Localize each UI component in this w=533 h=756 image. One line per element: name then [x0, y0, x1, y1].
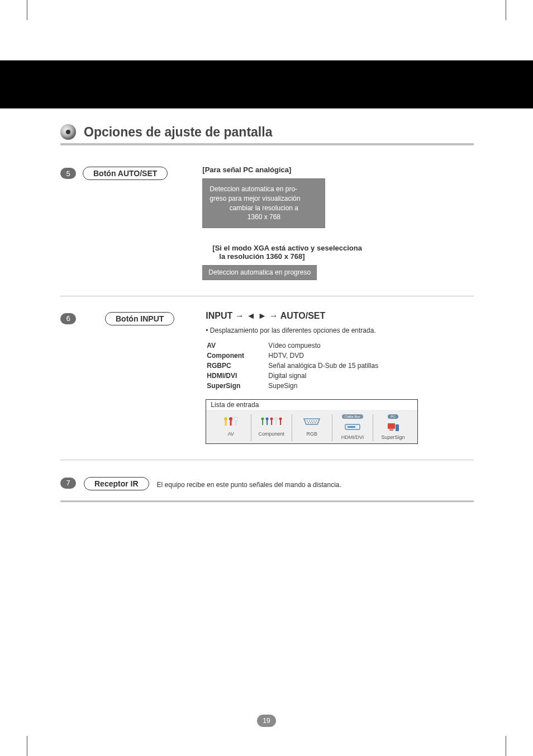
svg-rect-13 — [275, 420, 277, 425]
svg-point-21 — [308, 422, 309, 423]
osd-line: Deteccion automatica en pro- — [210, 185, 297, 193]
svg-rect-29 — [389, 429, 393, 431]
svg-point-17 — [309, 420, 310, 422]
section-7: 7 Receptor IR El equipo recibe en este p… — [60, 476, 474, 490]
receptor-description: El equipo recibe en este punto señales d… — [157, 481, 341, 489]
bullet-icon — [60, 124, 76, 140]
crop-mark — [27, 736, 27, 756]
svg-point-20 — [316, 420, 317, 422]
step-badge-5: 5 — [60, 168, 76, 179]
svg-rect-28 — [396, 424, 399, 431]
table-row: ComponentHDTV, DVD — [207, 351, 378, 360]
svg-rect-11 — [271, 420, 272, 425]
crop-mark — [27, 0, 27, 20]
input-source-supersign: PC SuperSign — [373, 414, 413, 441]
settop-box-icon — [340, 422, 365, 432]
svg-rect-7 — [262, 420, 263, 425]
svg-point-22 — [310, 422, 311, 423]
pc-tag: PC — [388, 414, 398, 419]
input-source-component: Component — [251, 414, 292, 441]
section-6: 6 Botón INPUT INPUT → ◄ ► → AUTO/SET • D… — [60, 311, 474, 444]
input-list-box: Lista de entrada AV — [206, 399, 418, 444]
svg-rect-27 — [388, 423, 395, 429]
svg-point-10 — [270, 417, 273, 420]
divider — [60, 296, 474, 296]
section-5: 5 Botón AUTO/SET [Para señal PC analógic… — [60, 166, 474, 280]
svg-rect-26 — [348, 426, 355, 428]
svg-point-24 — [315, 422, 316, 423]
svg-rect-1 — [225, 420, 227, 426]
page-title: Opciones de ajuste de pantalla — [84, 125, 272, 140]
svg-point-16 — [307, 420, 308, 422]
table-row: RGBPCSeñal analógica D-Sub de 15 patilla… — [207, 361, 378, 370]
svg-rect-9 — [266, 420, 268, 425]
svg-point-23 — [312, 422, 313, 423]
input-source-hdmidvi: Cable Box HDMI/DVI — [332, 414, 373, 441]
svg-point-14 — [279, 417, 282, 420]
svg-point-12 — [274, 417, 277, 420]
input-table: AVVídeo compuesto ComponentHDTV, DVD RGB… — [206, 340, 379, 391]
step-badge-6: 6 — [60, 313, 76, 324]
divider — [60, 500, 474, 502]
step-badge-7: 7 — [60, 478, 76, 489]
button-label-receptor: Receptor IR — [84, 477, 149, 490]
osd-line: cambiar la resolucion a — [210, 204, 318, 213]
osd-line: greso para mejor visualización — [210, 195, 300, 202]
svg-point-6 — [261, 417, 264, 420]
input-note: • Desplazamiento por las diferentes opci… — [206, 327, 474, 334]
subhead-xga: [Si el modo XGA está activo y seseleccio… — [212, 244, 474, 261]
button-label-input: Botón INPUT — [105, 312, 174, 325]
svg-point-19 — [313, 420, 315, 422]
table-row: HDMI/DVIDigital signal — [207, 371, 378, 380]
page-title-row: Opciones de ajuste de pantalla — [60, 124, 474, 140]
svg-rect-5 — [235, 420, 237, 426]
table-row: SuperSignSupeSign — [207, 381, 378, 390]
page-number: 19 — [257, 715, 276, 727]
divider — [60, 143, 474, 145]
crop-mark — [506, 0, 506, 20]
osd-message-box: Deteccion automatica en pro- greso para … — [202, 178, 325, 228]
component-icon — [259, 414, 284, 429]
svg-point-18 — [311, 420, 312, 422]
vga-connector-icon — [299, 414, 325, 429]
button-label-autoset: Botón AUTO/SET — [83, 167, 168, 180]
input-sequence: INPUT → ◄ ► → AUTO/SET — [206, 311, 474, 321]
input-list-title: Lista de entrada — [206, 400, 417, 410]
table-row: AVVídeo compuesto — [207, 341, 378, 350]
subhead-pc-analog: [Para señal PC analógica] — [202, 166, 474, 174]
supersign-pc-icon — [380, 422, 406, 432]
osd-message-box-small: Deteccion automatica en progreso — [202, 265, 317, 280]
av-rca-icon — [218, 414, 244, 429]
divider — [60, 460, 474, 460]
svg-rect-15 — [280, 420, 281, 425]
cable-box-tag: Cable Box — [342, 414, 363, 419]
osd-line: 1360 x 768 — [210, 212, 318, 222]
arrow-right-icon: ► — [258, 311, 269, 320]
crop-mark — [506, 736, 506, 756]
svg-point-8 — [265, 417, 268, 420]
svg-rect-3 — [230, 420, 232, 426]
input-source-rgb: RGB — [292, 414, 333, 441]
input-source-av: AV — [211, 414, 251, 441]
header-black-band — [0, 60, 533, 108]
arrow-left-icon: ◄ — [246, 311, 258, 320]
